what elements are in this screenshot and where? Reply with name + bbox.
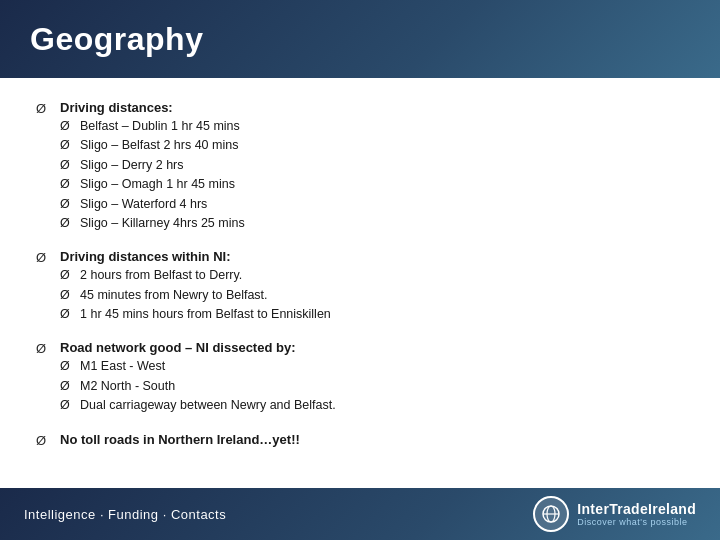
sub-arrow-icon: Ø xyxy=(60,377,74,396)
list-item: ØSligo – Waterford 4 hrs xyxy=(60,195,684,214)
list-item: ØSligo – Derry 2 hrs xyxy=(60,156,684,175)
section-title-2: Driving distances within NI: xyxy=(60,249,684,264)
footer-tagline: Intelligence · Funding · Contacts xyxy=(24,507,226,522)
sub-arrow-icon: Ø xyxy=(60,396,74,415)
driving-distance-list: ØBelfast – Dublin 1 hr 45 mins ØSligo – … xyxy=(60,117,684,233)
sub-arrow-icon: Ø xyxy=(60,156,74,175)
slide-content: Ø Driving distances: ØBelfast – Dublin 1… xyxy=(0,78,720,488)
section-arrow-3: Ø xyxy=(36,341,52,415)
section-content-1: Driving distances: ØBelfast – Dublin 1 h… xyxy=(60,100,684,233)
section-content-4: No toll roads in Northern Ireland…yet!! xyxy=(60,432,684,449)
road-network-list: ØM1 East - West ØM2 North - South ØDual … xyxy=(60,357,684,415)
sub-arrow-icon: Ø xyxy=(60,305,74,324)
sub-arrow-icon: Ø xyxy=(60,136,74,155)
sub-arrow-icon: Ø xyxy=(60,214,74,233)
section-arrow-4: Ø xyxy=(36,433,52,449)
list-item: ØSligo – Belfast 2 hrs 40 mins xyxy=(60,136,684,155)
section-title-4: No toll roads in Northern Ireland…yet!! xyxy=(60,432,684,447)
footer-logo: InterTradeIreland Discover what's possib… xyxy=(533,496,696,532)
section-content-2: Driving distances within NI: Ø2 hours fr… xyxy=(60,249,684,324)
section-road-network: Ø Road network good – NI dissected by: Ø… xyxy=(36,340,684,415)
list-item: Ø2 hours from Belfast to Derry. xyxy=(60,266,684,285)
list-item: ØM2 North - South xyxy=(60,377,684,396)
section-arrow-2: Ø xyxy=(36,250,52,324)
page-title: Geography xyxy=(30,21,203,58)
logo-sub: Discover what's possible xyxy=(577,517,687,527)
list-item: ØDual carriageway between Newry and Belf… xyxy=(60,396,684,415)
logo-text-block: InterTradeIreland Discover what's possib… xyxy=(577,501,696,527)
slide-header: Geography xyxy=(0,0,720,78)
sub-arrow-icon: Ø xyxy=(60,117,74,136)
sub-arrow-icon: Ø xyxy=(60,195,74,214)
section-driving-ni: Ø Driving distances within NI: Ø2 hours … xyxy=(36,249,684,324)
list-item: ØSligo – Omagh 1 hr 45 mins xyxy=(60,175,684,194)
section-arrow-1: Ø xyxy=(36,101,52,233)
sub-arrow-icon: Ø xyxy=(60,266,74,285)
logo-svg xyxy=(541,504,561,524)
list-item: ØM1 East - West xyxy=(60,357,684,376)
list-item: Ø1 hr 45 mins hours from Belfast to Enni… xyxy=(60,305,684,324)
list-item: Ø45 minutes from Newry to Belfast. xyxy=(60,286,684,305)
sub-arrow-icon: Ø xyxy=(60,175,74,194)
section-driving-distances: Ø Driving distances: ØBelfast – Dublin 1… xyxy=(36,100,684,233)
logo-brand: InterTradeIreland xyxy=(577,501,696,517)
list-item: ØBelfast – Dublin 1 hr 45 mins xyxy=(60,117,684,136)
list-item: ØSligo – Killarney 4hrs 25 mins xyxy=(60,214,684,233)
driving-ni-list: Ø2 hours from Belfast to Derry. Ø45 minu… xyxy=(60,266,684,324)
section-content-3: Road network good – NI dissected by: ØM1… xyxy=(60,340,684,415)
slide-footer: Intelligence · Funding · Contacts InterT… xyxy=(0,488,720,540)
section-no-toll: Ø No toll roads in Northern Ireland…yet!… xyxy=(36,432,684,449)
section-title-3: Road network good – NI dissected by: xyxy=(60,340,684,355)
sub-arrow-icon: Ø xyxy=(60,357,74,376)
section-title-1: Driving distances: xyxy=(60,100,684,115)
slide: Geography Ø Driving distances: ØBelfast … xyxy=(0,0,720,540)
logo-icon xyxy=(533,496,569,532)
sub-arrow-icon: Ø xyxy=(60,286,74,305)
